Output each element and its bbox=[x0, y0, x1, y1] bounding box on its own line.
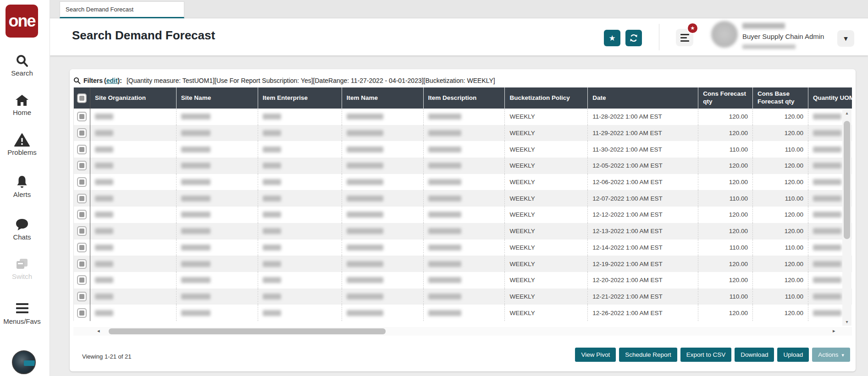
row-checkbox[interactable] bbox=[77, 128, 87, 138]
table-row[interactable]: WEEKLY12-19-2022 1:00 AM EST120.00120.00 bbox=[74, 256, 852, 272]
horizontal-scroll-thumb[interactable] bbox=[109, 328, 386, 334]
row-checkbox[interactable] bbox=[77, 259, 87, 269]
column-header-date[interactable]: Date bbox=[588, 87, 698, 109]
redacted-value bbox=[813, 196, 841, 202]
column-header-item-description[interactable]: Item Description bbox=[424, 87, 505, 109]
redacted-value bbox=[428, 179, 461, 185]
sidebar-item-menus-favs[interactable]: Menus/Favs bbox=[0, 301, 44, 325]
table-row[interactable]: WEEKLY12-13-2022 1:00 AM EST120.00120.00 bbox=[74, 223, 852, 240]
cell-site-organization bbox=[90, 109, 177, 125]
redacted-value bbox=[95, 277, 113, 283]
cell-site-name bbox=[177, 158, 258, 174]
bell-icon bbox=[15, 174, 29, 189]
redacted-value bbox=[181, 245, 210, 251]
cell-item-description bbox=[424, 174, 505, 191]
row-checkbox[interactable] bbox=[77, 308, 87, 318]
filters-bar: Filters (edit): [Quantity measure: TestU… bbox=[73, 76, 495, 86]
filters-search-icon bbox=[73, 77, 81, 84]
redacted-value bbox=[263, 261, 281, 267]
redacted-value bbox=[428, 277, 461, 283]
column-header-item-name[interactable]: Item Name bbox=[342, 87, 424, 109]
row-checkbox[interactable] bbox=[77, 210, 87, 219]
sidebar-item-problems[interactable]: Problems bbox=[0, 132, 44, 156]
cell-item-enterprise bbox=[258, 272, 342, 289]
filters-edit-link[interactable]: edit bbox=[106, 77, 118, 84]
redacted-value bbox=[95, 261, 113, 267]
view-pivot-button[interactable]: View Pivot bbox=[575, 348, 616, 362]
table-row[interactable]: WEEKLY12-12-2022 1:00 AM EST120.00120.00 bbox=[74, 207, 852, 223]
table-row[interactable]: WEEKLY12-21-2022 1:00 AM EST110.00110.00 bbox=[74, 289, 852, 305]
horizontal-scrollbar[interactable]: ◂ ▸ bbox=[73, 327, 852, 336]
column-header-bucketization-policy[interactable]: Bucketization Policy bbox=[505, 87, 588, 109]
redacted-value bbox=[428, 228, 461, 234]
row-checkbox[interactable] bbox=[77, 194, 87, 203]
schedule-report-button[interactable]: Schedule Report bbox=[619, 348, 677, 362]
table-row[interactable]: WEEKLY12-26-2022 1:00 AM EST120.00120.00 bbox=[74, 305, 852, 321]
cell-date: 12-05-2022 1:00 AM EST bbox=[588, 158, 698, 174]
column-header-site-organization[interactable]: Site Organization bbox=[90, 87, 177, 109]
table-row[interactable]: WEEKLY11-30-2022 1:00 AM EST110.00110.00 bbox=[74, 141, 852, 158]
export-to-csv-button[interactable]: Export to CSV bbox=[680, 348, 732, 362]
favorite-button[interactable]: ★ bbox=[604, 30, 620, 46]
column-header-item-enterprise[interactable]: Item Enterprise bbox=[258, 87, 342, 109]
cell-item-enterprise bbox=[258, 305, 342, 321]
cell-item-enterprise bbox=[258, 207, 342, 223]
row-checkbox[interactable] bbox=[77, 226, 87, 236]
cell-bucketization-policy: WEEKLY bbox=[505, 223, 588, 240]
cell-date: 12-06-2022 1:00 AM EST bbox=[588, 174, 698, 191]
redacted-value bbox=[95, 130, 113, 136]
row-checkbox[interactable] bbox=[77, 161, 87, 170]
row-checkbox[interactable] bbox=[77, 145, 87, 154]
assistant-avatar[interactable] bbox=[12, 350, 36, 374]
actions-button[interactable]: Actions▾ bbox=[812, 348, 850, 362]
user-menu-button[interactable]: ▾ bbox=[837, 30, 854, 47]
row-checkbox[interactable] bbox=[77, 275, 87, 285]
cell-cons-forecast-qty: 120.00 bbox=[698, 223, 753, 240]
sidebar-item-alerts[interactable]: Alerts bbox=[0, 174, 44, 198]
table-row[interactable]: WEEKLY12-20-2022 1:00 AM EST120.00120.00 bbox=[74, 272, 852, 289]
vertical-scroll-thumb[interactable] bbox=[844, 121, 850, 239]
column-header-cons-forecast-qty[interactable]: Cons Forecast qty bbox=[698, 87, 753, 109]
table-row[interactable]: WEEKLY12-07-2022 1:00 AM EST110.00110.00 bbox=[74, 190, 852, 207]
column-header-cons-base-forecast-qty[interactable]: Cons Base Forecast qty bbox=[753, 87, 808, 109]
row-checkbox[interactable] bbox=[77, 292, 87, 301]
cell-item-description bbox=[424, 158, 505, 174]
table-row[interactable]: WEEKLY12-06-2022 1:00 AM EST120.00120.00 bbox=[74, 174, 852, 191]
sidebar-item-search[interactable]: Search bbox=[0, 53, 44, 77]
scroll-left-icon[interactable]: ◂ bbox=[97, 328, 100, 334]
filters-label: Filters bbox=[83, 77, 103, 84]
scroll-down-icon[interactable]: ▾ bbox=[842, 319, 851, 324]
tab-search-demand-forecast[interactable]: Search Demand Forecast bbox=[60, 1, 184, 18]
upload-button[interactable]: Upload bbox=[777, 348, 809, 362]
row-checkbox[interactable] bbox=[77, 243, 87, 252]
redacted-value bbox=[813, 114, 841, 120]
table-row[interactable]: WEEKLY12-14-2022 1:00 AM EST110.00110.00 bbox=[74, 240, 852, 256]
user-avatar[interactable] bbox=[711, 21, 738, 48]
row-checkbox[interactable] bbox=[77, 112, 87, 121]
redacted-value bbox=[263, 130, 281, 136]
row-checkbox[interactable] bbox=[77, 177, 87, 187]
cell-cons-forecast-qty: 120.00 bbox=[698, 125, 753, 142]
table-row[interactable]: WEEKLY12-05-2022 1:00 AM EST120.00120.00 bbox=[74, 158, 852, 174]
table-row[interactable]: WEEKLY11-29-2022 1:00 AM EST120.00120.00 bbox=[74, 125, 852, 142]
column-header-site-name[interactable]: Site Name bbox=[177, 87, 258, 109]
download-button[interactable]: Download bbox=[735, 348, 774, 362]
vertical-scrollbar[interactable]: ▴ ▾ bbox=[842, 109, 851, 326]
refresh-button[interactable] bbox=[625, 30, 642, 46]
sidebar-item-home[interactable]: Home bbox=[0, 93, 44, 116]
table-body: WEEKLY11-28-2022 1:00 AM EST120.00120.00… bbox=[74, 109, 852, 321]
column-header-quantity-uom[interactable]: Quantity UOM bbox=[808, 87, 852, 109]
select-all-checkbox[interactable] bbox=[77, 93, 87, 103]
scroll-up-icon[interactable]: ▴ bbox=[842, 110, 851, 115]
sidebar-item-switch[interactable]: Switch bbox=[0, 256, 44, 280]
cell-bucketization-policy: WEEKLY bbox=[505, 289, 588, 305]
checkbox-indeterminate-mark bbox=[79, 196, 84, 201]
cell-site-organization bbox=[90, 207, 177, 223]
cell-item-name bbox=[342, 141, 424, 158]
table-row[interactable]: WEEKLY11-28-2022 1:00 AM EST120.00120.00 bbox=[74, 109, 852, 125]
one-network-logo[interactable]: one bbox=[6, 5, 38, 38]
scroll-right-icon[interactable]: ▸ bbox=[833, 328, 835, 334]
cell-date: 12-19-2022 1:00 AM EST bbox=[588, 256, 698, 272]
sidebar-item-chats[interactable]: Chats bbox=[0, 217, 44, 241]
redacted-value bbox=[813, 245, 841, 251]
